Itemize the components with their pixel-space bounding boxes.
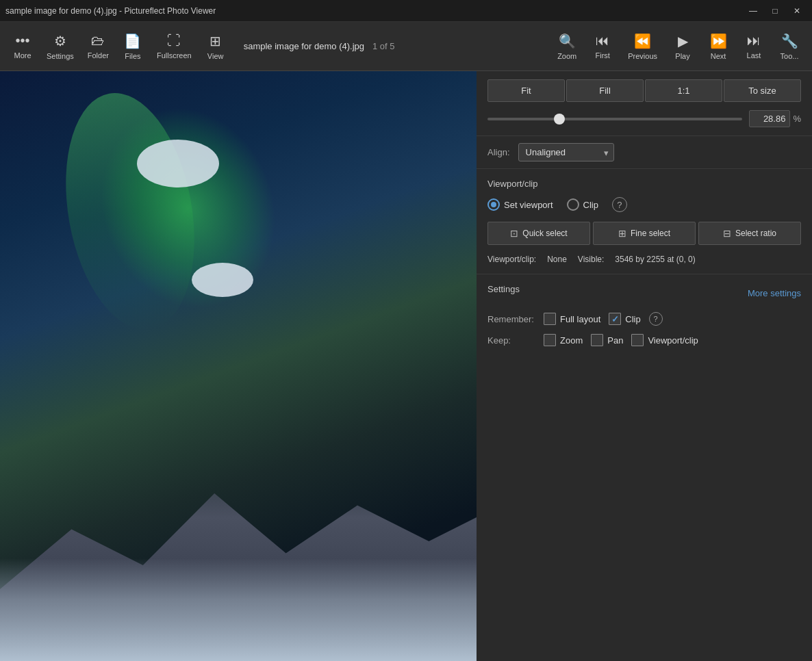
viewport-visible-label: Visible: [578, 255, 604, 264]
title-bar: sample image for demo (4).jpg - Picturef… [0, 0, 812, 22]
viewport-info: Viewport/clip: None Visible: 3546 by 225… [487, 255, 801, 264]
main-content: Fit Fill 1:1 To size % Align: Unaligned … [0, 71, 812, 661]
maximize-button[interactable]: □ [765, 4, 785, 18]
toolbar-next-label: Next [711, 52, 726, 60]
full-layout-checkbox-label: Full layout [560, 314, 600, 324]
toolbar-previous-button[interactable]: ⏪ Previous [621, 25, 664, 68]
pan-keep-checkbox[interactable]: Pan [591, 334, 623, 346]
clip-label: Clip [583, 200, 598, 210]
viewport-help-button[interactable]: ? [612, 197, 627, 212]
settings-icon: ⚙ [54, 33, 66, 49]
toolbar-view-label: View [207, 52, 224, 60]
toolbar-first-label: First [596, 51, 610, 60]
set-viewport-label: Set viewport [504, 200, 553, 210]
file-name: sample image for demo (4).jpg [244, 41, 364, 51]
fine-select-label: Fine select [631, 229, 670, 238]
toolbar-view-button[interactable]: ⊞ View [199, 25, 233, 68]
toolbar-file-info: sample image for demo (4).jpg 1 of 5 [233, 41, 550, 51]
fullscreen-icon: ⛶ [167, 33, 181, 49]
toolbar-files-button[interactable]: 📄 Files [116, 25, 150, 68]
toolbar-zoom-label: Zoom [557, 52, 576, 60]
viewport-info-value: None [547, 255, 567, 264]
fine-select-button[interactable]: ⊞ Fine select [593, 222, 696, 245]
zoom-value-box: % [749, 110, 801, 127]
fill-button[interactable]: Fill [566, 79, 644, 102]
clip-remember-checkbox-box [609, 313, 621, 325]
toolbar-fullscreen-label: Fullscreen [157, 51, 192, 60]
viewport-section-title: Viewport/clip [487, 179, 801, 189]
toolbar-next-button[interactable]: ⏩ Next [701, 25, 735, 68]
align-label: Align: [487, 147, 510, 157]
select-ratio-icon: ⊟ [723, 228, 731, 239]
clip-radio[interactable]: Clip [567, 198, 598, 211]
pan-keep-checkbox-box [591, 334, 603, 346]
toolbar-settings-button[interactable]: ⚙ Settings [40, 25, 81, 68]
viewport-select-buttons: ⊡ Quick select ⊞ Fine select ⊟ Select ra… [487, 222, 801, 245]
view-icon: ⊞ [210, 33, 221, 49]
more-icon: ••• [15, 33, 29, 49]
fine-select-icon: ⊞ [618, 228, 626, 239]
one-to-one-button[interactable]: 1:1 [645, 79, 722, 102]
cloud-decoration-2 [192, 263, 253, 297]
align-row: Align: Unaligned Center Top Left Top Cen… [477, 136, 812, 169]
zoom-slider-row: % [487, 110, 801, 127]
select-ratio-button[interactable]: ⊟ Select ratio [698, 222, 801, 245]
settings-help-button[interactable]: ? [649, 312, 663, 326]
viewport-info-label: Viewport/clip: [487, 255, 536, 264]
image-area[interactable] [0, 71, 477, 661]
viewport-clip-keep-checkbox[interactable]: Viewport/clip [631, 334, 698, 346]
toolbar-folder-button[interactable]: 🗁 Folder [81, 25, 116, 68]
quick-select-icon: ⊡ [510, 228, 518, 239]
set-viewport-radio[interactable]: Set viewport [487, 198, 553, 211]
zoom-keep-checkbox-box [544, 334, 556, 346]
toolbar-settings-label: Settings [47, 52, 74, 60]
more-settings-link[interactable]: More settings [748, 288, 801, 298]
align-select[interactable]: Unaligned Center Top Left Top Center Top… [518, 143, 614, 161]
toolbar-play-button[interactable]: ▶ Play [665, 25, 700, 68]
toolbar-folder-label: Folder [88, 51, 109, 60]
snow-decoration [0, 558, 477, 661]
zoom-value-input[interactable] [749, 110, 790, 127]
toolbar-more-label: More [14, 51, 31, 60]
minimize-button[interactable]: — [744, 4, 763, 18]
clip-remember-checkbox[interactable]: Clip [609, 313, 640, 325]
full-layout-checkbox-box [544, 313, 556, 325]
full-layout-checkbox[interactable]: Full layout [544, 313, 600, 325]
files-icon: 📄 [124, 33, 141, 49]
zoom-nav-icon: 🔍 [559, 33, 576, 49]
align-select-wrap: Unaligned Center Top Left Top Center Top… [518, 143, 614, 161]
toolbar-fullscreen-button[interactable]: ⛶ Fullscreen [150, 25, 199, 68]
toolbar-files-label: Files [125, 52, 140, 60]
tools-icon: 🔧 [781, 33, 798, 49]
close-button[interactable]: ✕ [787, 4, 807, 18]
fit-button[interactable]: Fit [487, 79, 565, 102]
toolbar-last-label: Last [747, 51, 761, 60]
toolbar-last-button[interactable]: ⏭ Last [737, 25, 771, 68]
zoom-keep-checkbox-label: Zoom [560, 335, 583, 346]
clip-radio-circle [567, 198, 579, 211]
toolbar-first-button[interactable]: ⏮ First [585, 25, 620, 68]
title-bar-controls: — □ ✕ [744, 4, 807, 18]
remember-label: Remember: [487, 314, 535, 324]
zoom-keep-checkbox[interactable]: Zoom [544, 334, 583, 346]
clip-remember-checkbox-label: Clip [625, 314, 640, 324]
select-ratio-label: Select ratio [735, 229, 776, 238]
pan-keep-checkbox-label: Pan [607, 335, 623, 346]
settings-section-title: Settings [487, 284, 520, 294]
to-size-button[interactable]: To size [724, 79, 801, 102]
folder-icon: 🗁 [91, 33, 105, 49]
zoom-slider[interactable] [487, 118, 742, 120]
image-display [0, 71, 477, 661]
toolbar-zoom-button[interactable]: 🔍 Zoom [550, 25, 584, 68]
play-icon: ▶ [678, 33, 688, 49]
set-viewport-radio-circle [487, 198, 500, 211]
quick-select-label: Quick select [522, 229, 567, 238]
toolbar-tools-button[interactable]: 🔧 Too... [772, 25, 807, 68]
next-icon: ⏩ [710, 33, 727, 49]
quick-select-button[interactable]: ⊡ Quick select [487, 222, 590, 245]
keep-row: Keep: Zoom Pan Viewport/clip [487, 334, 801, 346]
cloud-decoration-1 [137, 140, 219, 187]
toolbar-more-button[interactable]: ••• More [5, 25, 40, 68]
viewport-section: Viewport/clip Set viewport Clip ? ⊡ Quic… [477, 169, 812, 274]
first-icon: ⏮ [596, 33, 609, 49]
